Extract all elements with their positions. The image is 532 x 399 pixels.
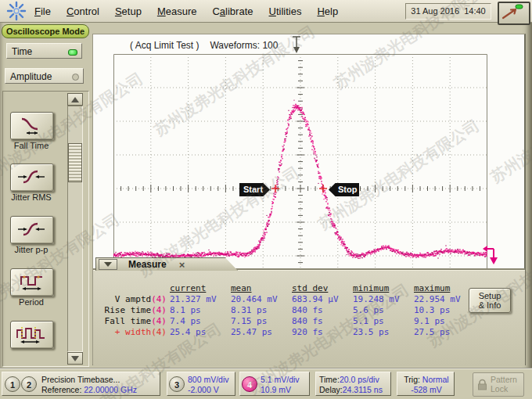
measure-tab[interactable]: Measure × bbox=[95, 257, 238, 271]
green-led-icon bbox=[68, 49, 77, 56]
scroll-thumb[interactable] bbox=[68, 143, 82, 182]
row-label: + width(4) bbox=[98, 327, 170, 338]
pattern-lock-button[interactable]: Pattern Lock bbox=[473, 372, 524, 397]
channel2-button[interactable]: 2 bbox=[21, 376, 37, 392]
datetime-display: 31 Aug 2016 14:40 bbox=[405, 3, 491, 20]
measurement-button-panel: Fall Time Jitter RMS Jitter p-p bbox=[2, 91, 89, 367]
ch3-scale: 800 mV/div bbox=[188, 375, 229, 385]
ch4-scale: 5.1 mV/div bbox=[261, 375, 300, 385]
status-bar: 1 2 Precision Timebase... Reference: 22.… bbox=[0, 368, 532, 399]
arrow-down-icon bbox=[71, 356, 79, 361]
waveform-count: Waveforms: 100 bbox=[210, 40, 278, 51]
menu-file[interactable]: File bbox=[34, 5, 51, 17]
channel4-reference-icon[interactable] bbox=[481, 244, 501, 268]
measure-tab-label: Measure bbox=[128, 259, 167, 270]
cell-value: 5.6 ps bbox=[353, 305, 414, 316]
col-maximum: maximum bbox=[414, 283, 475, 294]
channel3-button[interactable]: 3 bbox=[169, 376, 185, 392]
jitter-pp-icon bbox=[16, 219, 48, 240]
cell-value: 840 fs bbox=[292, 305, 353, 316]
cell-value: 840 fs bbox=[292, 316, 353, 327]
scroll-up-button[interactable] bbox=[67, 93, 83, 106]
acquisition-status: ( Acq Limit Test )Waveforms: 100 bbox=[130, 40, 289, 51]
cell-value: 20.464 mV bbox=[231, 294, 292, 305]
period-button[interactable] bbox=[10, 268, 54, 297]
minimize-tab-button[interactable] bbox=[99, 259, 117, 270]
cell-value: 27.5 ps bbox=[414, 327, 475, 338]
menu-bar: File Control Setup Measure Calibrate Uti… bbox=[0, 0, 532, 23]
ch4-offset: 10.9 mV bbox=[261, 385, 300, 395]
timebase-title: Precision Timebase... bbox=[41, 375, 137, 385]
jitter-rms-button[interactable] bbox=[10, 164, 54, 192]
cell-value: 683.94 µV bbox=[292, 294, 353, 305]
setup-info-button[interactable]: Setup & Info bbox=[469, 288, 511, 313]
cell-value: 25.47 ps bbox=[231, 327, 292, 338]
menu-calibrate[interactable]: Calibrate bbox=[212, 5, 253, 17]
cell-value: 22.954 mV bbox=[414, 294, 475, 305]
col-mean: mean bbox=[231, 283, 292, 294]
cell-value: 19.248 mV bbox=[353, 294, 414, 305]
agilent-logo-icon bbox=[6, 1, 27, 21]
timebase-panel[interactable]: 1 2 Precision Timebase... Reference: 22.… bbox=[2, 372, 160, 396]
arrow-up-icon bbox=[71, 97, 79, 102]
menu-measure[interactable]: Measure bbox=[157, 5, 197, 17]
cell-value: 8.31 ps bbox=[231, 305, 292, 316]
menu-setup[interactable]: Setup bbox=[115, 5, 142, 17]
waveform-display: ( Acq Limit Test )Waveforms: 100 Start S… bbox=[92, 34, 526, 365]
timebase-reference: Reference: 22.00000 GHz bbox=[41, 385, 137, 395]
horizontal-panel[interactable]: Time:20.0 ps/div Delay:24.3115 ns bbox=[315, 372, 391, 396]
cell-value: 920 fs bbox=[292, 327, 353, 338]
multi-pulse-icon bbox=[15, 324, 49, 345]
trigger-position-icon[interactable] bbox=[291, 35, 302, 56]
amplitude-dropdown[interactable]: Amplitude bbox=[5, 68, 84, 84]
channel4-button[interactable]: 4 bbox=[242, 376, 257, 392]
jitter-rms-icon bbox=[16, 167, 48, 188]
time-per-div: Time:20.0 ps/div bbox=[319, 375, 383, 385]
fall-time-icon bbox=[16, 115, 48, 136]
trigger-mode: Trig: Normal bbox=[401, 375, 451, 385]
delay-value: Delay:24.3115 ns bbox=[319, 385, 383, 395]
cell-value: 23.5 ps bbox=[353, 327, 414, 338]
period-icon bbox=[16, 271, 48, 293]
scroll-down-button[interactable] bbox=[67, 352, 83, 365]
row-label: Rise time(4) bbox=[98, 305, 170, 316]
jitter-pp-button[interactable] bbox=[10, 216, 54, 244]
graticule-and-trace bbox=[113, 54, 487, 271]
row-label: V amptd(4) bbox=[98, 294, 170, 305]
n-period-button[interactable] bbox=[10, 321, 54, 349]
touch-hand-icon bbox=[499, 3, 526, 20]
menu-control[interactable]: Control bbox=[66, 5, 99, 17]
col-stddev: std dev bbox=[292, 283, 353, 294]
sidebar: Oscilloscope Mode Time Amplitude Fall Ti… bbox=[0, 22, 90, 368]
acq-limit-test-label: ( Acq Limit Test ) bbox=[130, 40, 199, 51]
menu-utilities[interactable]: Utilities bbox=[269, 5, 302, 17]
off-led-icon bbox=[72, 74, 79, 81]
close-icon[interactable]: × bbox=[179, 259, 185, 271]
row-label: Fall time(4) bbox=[98, 316, 170, 327]
channel4-panel[interactable]: 4 5.1 mV/div 10.9 mV bbox=[239, 372, 310, 396]
cell-value: 21.327 mV bbox=[170, 294, 231, 305]
jitter-rms-label: Jitter RMS bbox=[3, 192, 59, 202]
oscilloscope-mode-header: Oscilloscope Mode bbox=[2, 24, 89, 38]
channel1-button[interactable]: 1 bbox=[5, 376, 20, 392]
measurement-table: current mean std dev minimum maximum V a… bbox=[98, 283, 475, 338]
fall-time-label: Fall Time bbox=[3, 141, 59, 150]
period-label: Period bbox=[3, 297, 59, 307]
touchscreen-toggle-button[interactable] bbox=[498, 2, 530, 25]
channel3-panel[interactable]: 3 800 mV/div -2.000 V bbox=[167, 372, 235, 396]
trigger-panel[interactable]: Trig: Normal -528 mV bbox=[397, 372, 455, 396]
oscilloscope-screen: File Control Setup Measure Calibrate Uti… bbox=[0, 0, 532, 399]
cell-value: 5.1 ps bbox=[353, 316, 414, 327]
fall-time-button[interactable] bbox=[10, 112, 54, 140]
time-mode-dropdown[interactable]: Time bbox=[6, 43, 82, 59]
cell-value: 7.15 ps bbox=[231, 316, 292, 327]
triangle-down-icon bbox=[104, 262, 112, 267]
cell-value: 25.4 ps bbox=[170, 327, 231, 338]
trigger-level: -528 mV bbox=[401, 385, 451, 395]
ch3-offset: -2.000 V bbox=[188, 385, 229, 395]
col-current: current bbox=[170, 283, 231, 294]
lock-icon bbox=[477, 379, 487, 390]
menu-help[interactable]: Help bbox=[317, 5, 338, 17]
col-minimum: minimum bbox=[353, 283, 414, 294]
cell-value: 10.3 ps bbox=[414, 305, 475, 316]
